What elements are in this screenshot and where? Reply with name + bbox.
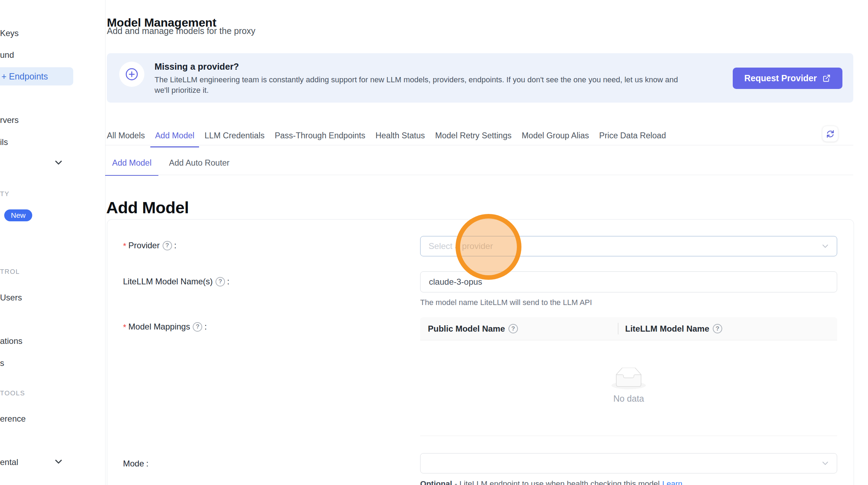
provider-label: * Provider : (123, 241, 176, 250)
sidebar-item-experimental[interactable]: ental (0, 457, 18, 467)
request-provider-label: Request Provider (744, 73, 817, 83)
sidebar-item-teams[interactable]: s (0, 358, 4, 368)
sidebar-item-models-endpoints-active[interactable]: + Endpoints (0, 67, 73, 85)
add-model-form-card: * Provider : Select a provider LiteLLM M… (107, 219, 854, 485)
sidebar: Keys und + Endpoints rvers ils TY New TR… (0, 0, 105, 485)
subtab-add-auto-router[interactable]: Add Auto Router (162, 158, 236, 176)
model-name-helper: The model name LiteLLM will send to the … (420, 298, 592, 307)
sidebar-item-servers[interactable]: rvers (0, 115, 19, 125)
tabs-divider (105, 145, 853, 145)
column-divider (618, 323, 618, 334)
sidebar-item-label: + Endpoints (0, 71, 48, 82)
sidebar-item-playground[interactable]: und (0, 50, 14, 60)
optional-label: Optional (420, 479, 452, 485)
learn-link[interactable]: Learn (662, 479, 683, 485)
chevron-down-icon (821, 459, 829, 467)
sidebar-section-header: TROL (0, 268, 20, 276)
request-provider-button[interactable]: Request Provider (733, 68, 842, 89)
mode-label: Mode : (123, 459, 149, 469)
model-name-value: claude-3-opus (421, 277, 482, 287)
sidebar-section-header: TY (0, 190, 9, 198)
mappings-table-header: Public Model Name LiteLLM Model Name (420, 317, 837, 340)
help-icon[interactable] (163, 241, 172, 250)
banner-text-line1: The LiteLLM engineering team is constant… (155, 75, 678, 84)
add-model-subtabs: Add Model Add Auto Router (105, 158, 237, 176)
model-mappings-label: * Model Mappings : (123, 322, 207, 332)
col-litellm-model-name: LiteLLM Model Name (618, 317, 722, 340)
banner-title: Missing a provider? (155, 62, 239, 72)
external-link-icon (822, 74, 831, 83)
required-marker: * (123, 241, 126, 251)
sidebar-item-organizations[interactable]: ations (0, 336, 22, 346)
empty-state: No data (420, 368, 837, 404)
plus-circle-icon (119, 62, 144, 87)
model-names-label: LiteLLM Model Name(s) : (123, 277, 230, 286)
col-public-model-name: Public Model Name (420, 317, 618, 340)
add-model-heading: Add Model (106, 198, 189, 217)
mappings-table-body: No data (420, 340, 837, 436)
required-marker: * (123, 323, 126, 332)
refresh-icon (826, 129, 835, 139)
empty-box-icon (611, 368, 646, 390)
subtab-add-model[interactable]: Add Model (105, 158, 158, 176)
help-icon[interactable] (713, 324, 722, 333)
sidebar-item-internal-users[interactable]: Users (0, 293, 22, 303)
model-name-input[interactable]: claude-3-opus (420, 271, 837, 292)
new-badge[interactable]: New (4, 209, 32, 221)
banner-text-line2: we'll prioritize it. (155, 86, 209, 95)
missing-provider-banner: Missing a provider? The LiteLLM engineer… (107, 53, 853, 103)
chevron-down-icon (821, 242, 829, 250)
chevron-down-icon[interactable] (54, 158, 63, 167)
help-icon[interactable] (508, 324, 518, 333)
provider-placeholder: Select a provider (421, 241, 493, 251)
sidebar-section-header: TOOLS (0, 389, 25, 397)
sidebar-item-reference[interactable]: erence (0, 414, 26, 424)
help-icon[interactable] (216, 277, 225, 286)
page-subtitle: Add and manage models for the proxy (107, 26, 255, 36)
mode-select[interactable] (420, 453, 837, 473)
refresh-button[interactable] (822, 126, 838, 142)
provider-select[interactable]: Select a provider (420, 236, 837, 256)
help-icon[interactable] (193, 322, 202, 332)
mode-helper: Optional - LiteLLM endpoint to use when … (420, 479, 682, 485)
model-mappings-table: Public Model Name LiteLLM Model Name No … (420, 317, 837, 436)
subtabs-divider (105, 175, 853, 175)
chevron-down-icon[interactable] (54, 457, 63, 466)
no-data-text: No data (613, 394, 644, 404)
sidebar-item-keys[interactable]: Keys (0, 28, 19, 38)
sidebar-item-guardrails[interactable]: ils (0, 137, 8, 147)
